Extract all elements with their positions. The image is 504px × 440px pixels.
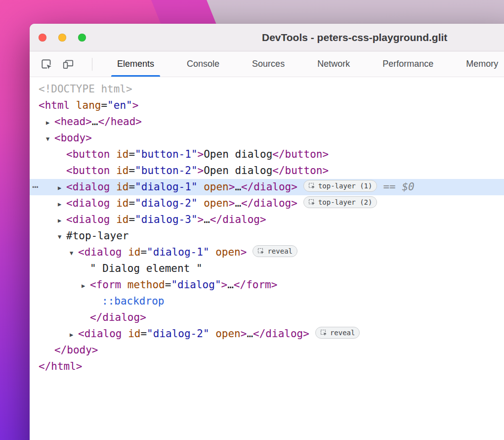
syntax-token: > (198, 214, 204, 225)
devtools-toolbar: ElementsConsoleSourcesNetworkPerformance… (30, 51, 504, 77)
syntax-token: " Dialog element " (90, 263, 203, 274)
syntax-token: </dialog> (241, 197, 297, 209)
syntax-token: "dialog-2" (147, 328, 209, 340)
syntax-token: #top-layer (66, 230, 128, 242)
dom-tree-row[interactable]: <!DOCTYPE html> (30, 81, 504, 97)
dom-tree-row[interactable]: ▶<dialog id="dialog-2" open>…</dialog>re… (30, 326, 504, 342)
expand-arrow-icon[interactable]: ▶ (58, 213, 66, 229)
console-reference: $0 (402, 181, 414, 193)
dom-tree-row[interactable]: " Dialog element " (30, 261, 504, 277)
close-window-button[interactable] (39, 34, 46, 42)
window-controls (39, 24, 98, 51)
syntax-token: id (128, 328, 140, 340)
collapse-arrow-icon[interactable]: ▼ (46, 131, 54, 147)
syntax-token: </dialog> (90, 311, 146, 323)
syntax-token: … (235, 197, 241, 209)
syntax-token: </dialog> (210, 214, 266, 225)
syntax-token: > (241, 328, 247, 340)
dom-tree-row[interactable]: </body> (30, 342, 504, 358)
reveal-badge[interactable]: reveal (315, 327, 360, 339)
syntax-token: = (140, 246, 147, 258)
syntax-token: id (116, 148, 128, 160)
syntax-token: </body> (54, 344, 98, 356)
syntax-token: > (198, 165, 204, 176)
dom-tree-row[interactable]: </dialog> (30, 309, 504, 326)
syntax-token: <button (66, 148, 116, 160)
syntax-token: Open dialog (204, 165, 272, 176)
dom-tree-row[interactable]: ▶<head>…</head> (30, 114, 504, 130)
dom-tree-row[interactable]: <html lang="en"> (30, 97, 504, 114)
tab-network[interactable]: Network (305, 51, 362, 77)
syntax-token: open (210, 246, 241, 258)
syntax-token: … (235, 181, 241, 193)
syntax-token: "dialog-1" (135, 181, 197, 193)
syntax-token: > (132, 99, 139, 111)
syntax-token: id (116, 181, 128, 193)
tab-performance[interactable]: Performance (371, 51, 445, 77)
dom-tree-row[interactable]: ▶<dialog id="dialog-2" open>…</dialog>to… (30, 195, 504, 212)
inspect-element-button[interactable] (38, 55, 55, 73)
syntax-token: <dialog (66, 181, 116, 193)
dom-tree-row[interactable]: </html> (30, 358, 504, 375)
syntax-token: <!DOCTYPE html> (39, 83, 132, 95)
top-layer-badge[interactable]: top-layer (2) (303, 196, 378, 208)
minimize-window-button[interactable] (58, 34, 66, 42)
dom-tree-row[interactable]: <button id="button-1">Open dialog</butto… (30, 146, 504, 163)
syntax-token: "button-2" (135, 165, 197, 176)
collapse-arrow-icon[interactable]: ▼ (70, 245, 78, 262)
syntax-token: <body> (54, 132, 92, 144)
dom-tree-row[interactable]: ::backdrop (30, 293, 504, 309)
syntax-token: > (241, 246, 247, 258)
syntax-token: open (210, 328, 241, 340)
syntax-token: </form> (234, 279, 278, 291)
device-toolbar-button[interactable] (59, 55, 77, 73)
dom-tree-row[interactable]: ⋯▶<dialog id="dialog-1" open>…</dialog>t… (30, 179, 504, 195)
window-title: DevTools - peters-css-playground.glit (262, 24, 447, 51)
syntax-token: "dialog-1" (147, 246, 209, 258)
dom-tree-row[interactable]: <button id="button-2">Open dialog</butto… (30, 163, 504, 179)
row-actions-ellipsis-icon[interactable]: ⋯ (32, 179, 39, 195)
syntax-token: method (127, 279, 165, 291)
syntax-token: "button-1" (135, 148, 197, 160)
syntax-token: id (116, 214, 128, 225)
expand-arrow-icon[interactable]: ▶ (58, 196, 66, 213)
dom-tree: <!DOCTYPE html><html lang="en">▶<head>…<… (30, 77, 504, 375)
syntax-token: "dialog-3" (135, 214, 197, 225)
dom-tree-row[interactable]: ▼<body> (30, 130, 504, 146)
dom-tree-row[interactable]: ▶<form method="dialog">…</form> (30, 277, 504, 293)
syntax-token: <dialog (78, 328, 128, 340)
tab-memory[interactable]: Memory (454, 51, 504, 77)
tab-console[interactable]: Console (175, 51, 231, 77)
window-titlebar[interactable]: DevTools - peters-css-playground.glit (30, 24, 504, 51)
syntax-token: </head> (98, 116, 142, 128)
syntax-token: open (198, 181, 229, 193)
reveal-badge[interactable]: reveal (252, 245, 297, 257)
syntax-token: </dialog> (241, 181, 297, 193)
expand-arrow-icon[interactable]: ▶ (82, 278, 90, 294)
syntax-token: id (116, 197, 128, 209)
collapse-arrow-icon[interactable]: ▼ (58, 229, 66, 245)
syntax-token: = (165, 279, 171, 291)
syntax-token: </dialog> (253, 328, 309, 340)
dom-tree-row[interactable]: ▶<dialog id="dialog-3">…</dialog> (30, 212, 504, 228)
devtools-window: DevTools - peters-css-playground.glit El… (30, 24, 504, 440)
top-layer-badge[interactable]: top-layer (1) (303, 180, 378, 192)
syntax-token: Open dialog (204, 148, 272, 160)
device-toolbar-icon (62, 58, 75, 71)
badge-label: reveal (267, 246, 293, 256)
expand-arrow-icon[interactable]: ▶ (70, 327, 78, 343)
zoom-window-button[interactable] (78, 34, 86, 42)
syntax-token: "dialog-2" (135, 197, 197, 209)
syntax-token: <button (66, 165, 116, 176)
syntax-token: = (128, 181, 135, 193)
syntax-token: > (229, 197, 235, 209)
expand-arrow-icon[interactable]: ▶ (58, 180, 66, 196)
dom-tree-row[interactable]: ▼<dialog id="dialog-1" open>reveal (30, 244, 504, 261)
tab-elements[interactable]: Elements (105, 51, 166, 77)
expand-arrow-icon[interactable]: ▶ (46, 115, 54, 131)
syntax-token: <head> (54, 116, 92, 128)
tab-sources[interactable]: Sources (240, 51, 296, 77)
dom-tree-row[interactable]: ▼#top-layer (30, 228, 504, 244)
syntax-token: "dialog" (171, 279, 221, 291)
syntax-token: lang (76, 99, 101, 111)
